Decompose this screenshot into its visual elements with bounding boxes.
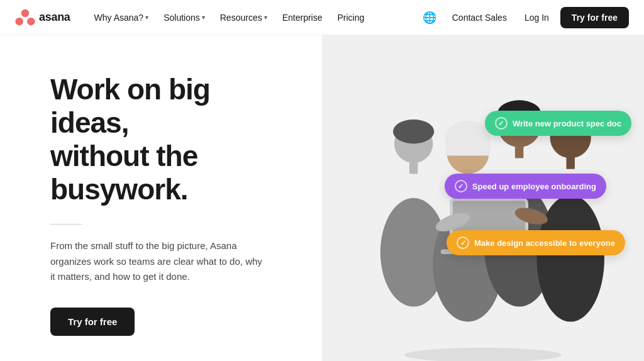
logo-text: asana (39, 11, 70, 24)
svg-rect-15 (515, 145, 523, 158)
hero-description: From the small stuff to the big picture,… (50, 238, 264, 285)
nav-solutions[interactable]: Solutions ▾ (157, 9, 211, 26)
chevron-down-icon: ▾ (264, 14, 267, 21)
left-panel: Work on big ideas, without the busywork.… (0, 35, 322, 361)
hero-illustration (351, 59, 615, 361)
svg-point-2 (27, 18, 35, 25)
nav-links: Why Asana? ▾ Solutions ▾ Resources ▾ Ent… (88, 9, 418, 26)
svg-point-1 (15, 18, 23, 25)
nav-why-asana[interactable]: Why Asana? ▾ (88, 9, 155, 26)
svg-rect-10 (445, 138, 490, 156)
login-link[interactable]: Log In (518, 9, 555, 26)
svg-point-17 (536, 195, 604, 322)
check-icon: ✓ (455, 180, 467, 192)
hero-divider (50, 224, 82, 225)
nav-enterprise[interactable]: Enterprise (276, 9, 329, 26)
check-icon: ✓ (457, 236, 469, 249)
try-free-button-hero[interactable]: Try for free (50, 308, 135, 336)
chevron-down-icon: ▾ (202, 14, 205, 21)
nav-right: 🌐 Contact Sales Log In Try for free (418, 6, 629, 29)
check-icon: ✓ (495, 117, 508, 130)
nav-pricing[interactable]: Pricing (331, 9, 370, 26)
main-content: Work on big ideas, without the busywork.… (0, 35, 644, 361)
navbar: asana Why Asana? ▾ Solutions ▾ Resources… (0, 0, 644, 35)
right-panel: ✓ Write new product spec doc ✓ Speed up … (322, 35, 644, 361)
try-free-button-nav[interactable]: Try for free (560, 7, 629, 28)
badge-design: ✓ Make design accessible to everyone (447, 230, 625, 255)
svg-point-26 (404, 348, 562, 361)
chevron-down-icon: ▾ (145, 14, 148, 21)
svg-rect-20 (566, 156, 574, 169)
svg-point-5 (393, 119, 434, 143)
asana-logo-icon (15, 9, 35, 26)
badge-write-spec: ✓ Write new product spec doc (485, 111, 631, 136)
svg-rect-6 (409, 160, 418, 174)
nav-resources[interactable]: Resources ▾ (214, 9, 274, 26)
svg-point-0 (21, 9, 29, 16)
contact-sales-link[interactable]: Contact Sales (446, 9, 513, 26)
hero-title: Work on big ideas, without the busywork. (50, 73, 284, 206)
globe-icon: 🌐 (423, 11, 436, 25)
language-selector[interactable]: 🌐 (418, 6, 441, 29)
logo-link[interactable]: asana (15, 9, 70, 26)
badge-onboarding: ✓ Speed up employee onboarding (445, 174, 606, 199)
